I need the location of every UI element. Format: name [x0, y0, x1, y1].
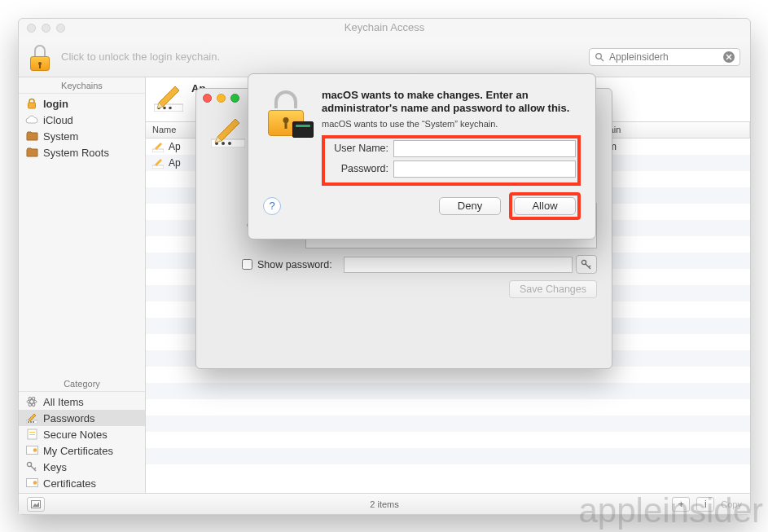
category-secure-notes[interactable]: Secure Notes — [19, 426, 145, 442]
svg-point-23 — [169, 107, 172, 110]
copy-button[interactable]: Copy — [721, 499, 742, 509]
svg-rect-14 — [29, 434, 35, 435]
table-row — [146, 399, 750, 415]
cert-icon — [25, 477, 38, 490]
minimize-icon[interactable] — [217, 94, 226, 103]
table-row — [146, 448, 750, 464]
sidebar: Keychains login iCloud System System Roo… — [19, 77, 146, 493]
cell-name: Ap — [169, 157, 181, 169]
sidebar-item-label: iCloud — [43, 114, 73, 126]
help-button[interactable]: ? — [263, 197, 281, 215]
auth-dialog: macOS wants to make changes. Enter an ad… — [248, 73, 596, 240]
category-my-certificates[interactable]: My Certificates — [19, 442, 145, 459]
svg-point-0 — [596, 53, 602, 59]
lock-icon — [25, 97, 38, 110]
sidebar-item-label: login — [43, 98, 68, 110]
svg-point-32 — [228, 142, 231, 145]
sidebar-item-label: System Roots — [43, 147, 109, 159]
show-password-field: Show password: — [211, 255, 597, 274]
key-icon — [581, 259, 592, 270]
show-password-label: Show password: — [257, 259, 332, 270]
cloud-icon — [25, 113, 38, 126]
search-icon — [595, 52, 604, 62]
username-input[interactable] — [393, 140, 576, 157]
clear-search-icon[interactable] — [723, 51, 735, 63]
svg-point-9 — [28, 421, 29, 423]
svg-point-31 — [222, 142, 225, 145]
system-lock-icon — [263, 89, 310, 136]
keychains-header: Keychains — [19, 77, 145, 94]
category-all-items[interactable]: All Items — [19, 394, 145, 410]
sidebar-item-label: My Certificates — [43, 445, 113, 457]
pencil-password-icon — [152, 141, 164, 152]
sidebar-item-label: Certificates — [43, 477, 96, 490]
svg-rect-8 — [26, 420, 37, 424]
preview-toggle-icon[interactable] — [27, 497, 45, 512]
password-input[interactable] — [393, 160, 576, 178]
allow-highlight: Allow — [509, 192, 581, 220]
password-label: Password: — [327, 163, 393, 174]
keychain-system[interactable]: System — [19, 128, 145, 144]
svg-rect-25 — [152, 149, 164, 152]
svg-point-34 — [581, 260, 586, 264]
keychain-icloud[interactable]: iCloud — [19, 112, 145, 128]
keychains-list: login iCloud System System Roots — [19, 94, 145, 162]
svg-rect-13 — [29, 432, 35, 433]
sidebar-item-label: System — [43, 130, 78, 143]
svg-point-5 — [27, 400, 37, 404]
save-changes-button[interactable]: Save Changes — [509, 280, 597, 298]
svg-point-17 — [27, 462, 31, 466]
show-password-checkbox[interactable] — [242, 259, 252, 270]
sidebar-item-label: Passwords — [43, 412, 95, 424]
category-certificates[interactable]: Certificates — [19, 475, 145, 491]
key-button[interactable] — [576, 255, 597, 274]
table-row — [146, 432, 750, 448]
note-icon — [25, 428, 38, 441]
zoom-icon[interactable] — [230, 94, 239, 103]
info-button[interactable]: i — [696, 497, 714, 512]
keychain-system-roots[interactable]: System Roots — [19, 144, 145, 160]
cert-icon — [25, 444, 38, 457]
category-keys[interactable]: Keys — [19, 459, 145, 475]
folder-icon — [25, 130, 38, 143]
svg-rect-26 — [152, 165, 164, 169]
statusbar: + i Copy 2 items — [19, 493, 750, 514]
unlock-hint[interactable]: Click to unlock the login keychain. — [61, 51, 589, 63]
password-display-input[interactable] — [344, 257, 573, 273]
svg-line-1 — [601, 58, 603, 60]
sidebar-item-label: Secure Notes — [43, 429, 108, 441]
keychain-login[interactable]: login — [19, 95, 145, 112]
add-item-button[interactable]: + — [672, 497, 690, 512]
deny-button[interactable]: Deny — [439, 197, 501, 215]
auth-heading: macOS wants to make changes. Enter an ad… — [322, 89, 581, 116]
svg-point-19 — [33, 481, 37, 485]
username-label: User Name: — [327, 143, 393, 154]
search-field[interactable]: Appleinsiderh — [589, 48, 740, 66]
zoom-window-icon[interactable] — [56, 24, 65, 33]
sidebar-item-label: Keys — [43, 461, 67, 473]
folder-icon — [25, 146, 38, 159]
toolbar: Click to unlock the login keychain. Appl… — [19, 37, 750, 77]
titlebar: Keychain Access — [19, 19, 750, 37]
table-row — [146, 383, 750, 399]
close-icon[interactable] — [203, 94, 212, 103]
allow-button[interactable]: Allow — [514, 197, 576, 215]
table-row — [146, 415, 750, 432]
pencil-password-icon — [152, 157, 164, 169]
minimize-window-icon[interactable] — [42, 24, 50, 33]
svg-point-10 — [30, 421, 32, 423]
atom-icon — [25, 395, 38, 408]
item-count: 2 items — [370, 499, 398, 509]
pencil-password-icon — [211, 113, 245, 147]
category-header: Category — [19, 376, 145, 392]
credentials-highlight: User Name: Password: — [322, 135, 581, 186]
category-passwords[interactable]: Passwords — [19, 410, 145, 426]
svg-point-16 — [33, 448, 37, 452]
svg-point-11 — [33, 421, 34, 423]
window-title: Keychain Access — [19, 19, 750, 37]
close-window-icon[interactable] — [27, 24, 36, 33]
toolbar-lock-icon[interactable] — [29, 43, 51, 71]
search-value: Appleinsiderh — [609, 51, 718, 63]
category-list: All Items Passwords Secure Notes My Cert… — [19, 392, 145, 493]
svg-marker-28 — [33, 502, 39, 507]
